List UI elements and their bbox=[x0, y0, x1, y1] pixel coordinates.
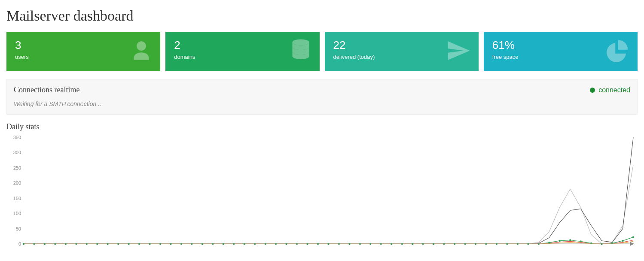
paper-plane-icon bbox=[446, 38, 471, 65]
svg-point-59 bbox=[548, 242, 550, 243]
svg-text:100: 100 bbox=[13, 211, 21, 216]
svg-point-61 bbox=[569, 239, 571, 241]
svg-text:50: 50 bbox=[16, 226, 21, 231]
connection-status-label: connected bbox=[598, 86, 630, 94]
svg-text:150: 150 bbox=[13, 196, 21, 201]
svg-text:0: 0 bbox=[18, 241, 21, 246]
svg-text:300: 300 bbox=[13, 150, 21, 155]
card-users[interactable]: 3 users bbox=[6, 32, 160, 71]
connections-heading: Connections realtime bbox=[14, 85, 79, 94]
svg-text:350: 350 bbox=[13, 135, 21, 140]
svg-point-0 bbox=[292, 39, 309, 46]
svg-point-67 bbox=[632, 236, 634, 238]
card-free-space[interactable]: 61% free space bbox=[484, 32, 638, 71]
summary-cards: 3 users 2 domains 22 delivered (today) 6… bbox=[6, 32, 638, 71]
daily-stats-section: Daily stats 050100150200250300350 bbox=[6, 122, 638, 250]
connections-panel: Connections realtime connected Waiting f… bbox=[6, 79, 638, 115]
connections-waiting-text: Waiting for a SMTP connection... bbox=[14, 100, 630, 107]
svg-point-66 bbox=[622, 240, 623, 242]
svg-point-62 bbox=[580, 240, 581, 242]
svg-text:250: 250 bbox=[13, 165, 21, 170]
svg-point-60 bbox=[559, 240, 561, 242]
daily-stats-heading: Daily stats bbox=[6, 122, 638, 131]
database-icon bbox=[290, 38, 312, 65]
user-icon bbox=[130, 39, 153, 64]
daily-stats-chart: 050100150200250300350 bbox=[6, 134, 638, 250]
pie-chart-icon bbox=[607, 39, 630, 64]
card-delivered[interactable]: 22 delivered (today) bbox=[325, 32, 479, 71]
svg-text:200: 200 bbox=[13, 180, 21, 185]
status-dot-icon bbox=[590, 88, 595, 93]
card-domains[interactable]: 2 domains bbox=[165, 32, 319, 71]
page-title: Mailserver dashboard bbox=[6, 8, 638, 24]
connection-status: connected bbox=[590, 86, 630, 94]
